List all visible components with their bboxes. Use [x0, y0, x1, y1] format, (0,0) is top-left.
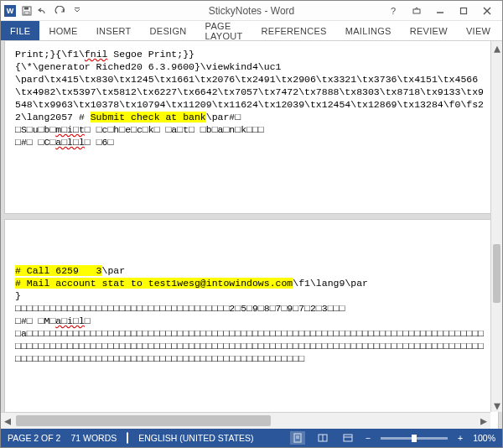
scroll-thumb[interactable]: [16, 415, 271, 426]
scroll-right-icon[interactable]: ▸: [477, 413, 490, 429]
window-title: StickyNotes - Word: [209, 5, 294, 17]
highlight-submit-check: Submit check at bank: [91, 112, 206, 122]
proofing-icon[interactable]: [127, 433, 128, 443]
scroll-left-icon[interactable]: ◂: [1, 413, 14, 429]
zoom-slider-knob[interactable]: [412, 435, 417, 442]
svg-rect-1: [24, 7, 29, 9]
text: □#□ □C□a□l□l□ □6□: [15, 137, 113, 148]
scroll-thumb[interactable]: [493, 244, 500, 303]
ribbon-tabs: FILE HOME INSERT DESIGN PAGE LAYOUT REFE…: [1, 21, 502, 41]
text: □#□ □M□a□i□l□: [15, 315, 91, 326]
tab-mailings[interactable]: MAILINGS: [336, 21, 401, 40]
vertical-scrollbar[interactable]: ▴ ▾: [490, 41, 502, 412]
text: □□□□□□□□□□□□□□□□□□□□□□□□□□□□□□□□□□□□□2□5…: [15, 303, 345, 314]
text: □S□u□b□m□i□t□ □c□h□e□c□k□ □a□t□ □b□a□n□k…: [15, 124, 264, 135]
account-icon[interactable]: [500, 21, 503, 40]
tab-file[interactable]: FILE: [1, 21, 39, 40]
save-icon[interactable]: [21, 5, 33, 17]
read-mode-view-icon[interactable]: [315, 431, 330, 445]
word-count[interactable]: 71 WORDS: [70, 433, 117, 443]
help-button[interactable]: ?: [381, 3, 405, 19]
quick-access-toolbar: W: [4, 5, 83, 17]
text: \f1\lang9\par: [293, 278, 368, 289]
page-2[interactable]: # Call 6259 3\par # Mail account stat to…: [4, 219, 499, 429]
document-text[interactable]: Print;}{\f1\fnil Segoe Print;}} {\*\gene…: [15, 48, 488, 148]
maximize-button[interactable]: [452, 3, 475, 19]
document-area: Print;}{\f1\fnil Segoe Print;}} {\*\gene…: [1, 41, 502, 429]
page-indicator[interactable]: PAGE 2 OF 2: [8, 433, 60, 443]
scroll-down-icon[interactable]: ▾: [491, 399, 502, 412]
tab-references[interactable]: REFERENCES: [252, 21, 336, 40]
redo-icon[interactable]: [54, 5, 66, 17]
undo-icon[interactable]: [38, 5, 49, 17]
page-1[interactable]: Print;}{\f1\fnil Segoe Print;}} {\*\gene…: [4, 41, 499, 214]
tab-page-layout[interactable]: PAGE LAYOUT: [196, 21, 252, 40]
tab-insert[interactable]: INSERT: [87, 21, 141, 40]
svg-rect-4: [413, 9, 420, 13]
highlight-mail: # Mail account stat to test1wesg@intowin…: [15, 278, 293, 289]
close-button[interactable]: [475, 3, 499, 19]
scroll-up-icon[interactable]: ▴: [491, 41, 502, 55]
window-controls: ?: [381, 3, 499, 19]
text: \par#□: [206, 112, 241, 122]
word-app-icon: W: [4, 5, 16, 17]
text: Print;}{\f1\fnil Segoe Print;}} {\*\gene…: [15, 49, 484, 122]
print-layout-view-icon[interactable]: [290, 431, 305, 445]
svg-rect-6: [461, 8, 467, 13]
document-text[interactable]: # Call 6259 3\par # Mail account stat to…: [15, 227, 488, 365]
status-bar: PAGE 2 OF 2 71 WORDS ENGLISH (UNITED STA…: [1, 429, 502, 447]
web-layout-view-icon[interactable]: [340, 431, 355, 445]
highlight-call: # Call 6259 3: [15, 265, 102, 276]
text: \par: [102, 265, 126, 276]
zoom-in-button[interactable]: +: [458, 433, 463, 443]
scroll-track[interactable]: [491, 55, 502, 399]
ribbon-options-button[interactable]: [405, 3, 428, 19]
horizontal-scrollbar[interactable]: ◂ ▸: [1, 412, 490, 429]
title-bar: W StickyNotes - Word ?: [1, 1, 502, 21]
qat-customize-icon[interactable]: [71, 5, 83, 17]
language-indicator[interactable]: ENGLISH (UNITED STATES): [138, 433, 253, 443]
zoom-level[interactable]: 100%: [473, 433, 495, 443]
tab-review[interactable]: REVIEW: [401, 21, 457, 40]
scroll-track[interactable]: [14, 413, 477, 429]
minimize-button[interactable]: [428, 3, 452, 19]
svg-rect-2: [24, 12, 29, 14]
tab-home[interactable]: HOME: [39, 21, 86, 40]
tab-design[interactable]: DESIGN: [141, 21, 196, 40]
zoom-slider[interactable]: [381, 437, 448, 440]
svg-rect-15: [344, 435, 352, 441]
text: □a□□□□□□□□□□□□□□□□□□□□□□□□□□□□□□□□□□□□□□…: [15, 328, 484, 364]
tab-view[interactable]: VIEW: [457, 21, 500, 40]
text: }: [15, 290, 21, 301]
zoom-out-button[interactable]: −: [366, 433, 371, 443]
